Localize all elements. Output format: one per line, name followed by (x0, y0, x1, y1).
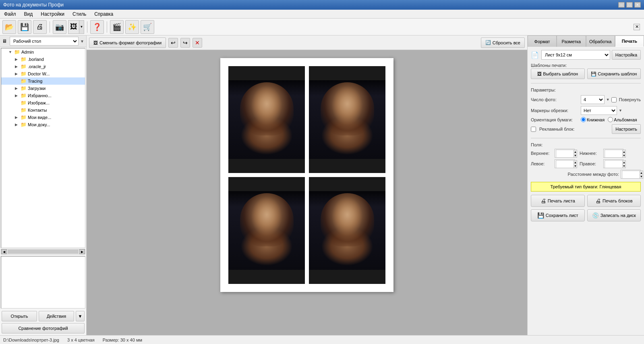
help-button[interactable]: ❓ (90, 20, 104, 34)
tab-layout[interactable]: Разметка (557, 35, 586, 47)
tree-toggle-videos[interactable]: ▶ (15, 115, 21, 119)
horizontal-scrollbar[interactable]: ◀ ▶ (1, 249, 85, 254)
print-blocks-button[interactable]: 🖨 Печать блоков (587, 195, 641, 207)
print-paper (220, 58, 393, 292)
top-spin-up[interactable]: ▲ (574, 150, 577, 154)
delete-photo-button[interactable]: ✕ (193, 38, 202, 48)
rotate-checkbox[interactable] (611, 97, 617, 102)
tree-item-tracing[interactable]: 📁 Tracing (1, 77, 85, 85)
tree-toggle-downloads[interactable]: ▶ (15, 86, 21, 90)
save-template-button[interactable]: 💾 Сохранить шаблон (587, 69, 641, 79)
top-input[interactable]: 3 (556, 150, 574, 158)
compare-photos-button[interactable]: Сравнение фотографий (2, 323, 85, 334)
maximize-button[interactable]: □ (626, 2, 633, 8)
bottom-spin-up[interactable]: ▲ (623, 150, 625, 154)
tree-item-contacts[interactable]: 📁 Контакты (1, 106, 85, 114)
rotate-right-button[interactable]: ↪ (180, 38, 190, 48)
print-button[interactable]: 🖨 (33, 20, 47, 34)
menu-file[interactable]: Файл (2, 10, 19, 18)
scroll-left-btn[interactable]: ◀ (1, 249, 7, 254)
distance-spin-down[interactable]: ▼ (640, 175, 643, 178)
select-template-button[interactable]: 🖼 Выбрать шаблон (531, 69, 585, 79)
status-colorinfo: 3 х 4 цветная (67, 338, 95, 342)
print-sheet-button[interactable]: 🖨 Печать листа (531, 195, 585, 207)
app-title: Фото на документы Профи (3, 2, 64, 8)
tree-label-contacts: Контакты (28, 108, 47, 113)
tree-item-documents[interactable]: ▶ 📁 Мои доку... (1, 121, 85, 128)
bottom-spin-down[interactable]: ▼ (623, 154, 625, 157)
ad-block-checkbox[interactable] (531, 127, 536, 132)
landscape-radio[interactable] (608, 117, 613, 122)
landscape-option[interactable]: Альбомная (608, 117, 637, 122)
menu-style[interactable]: Стиль (70, 10, 89, 18)
tree-toggle-admin[interactable]: ▼ (8, 50, 14, 54)
open-button[interactable]: 📂 (2, 20, 16, 34)
tree-item-oracle[interactable]: ▶ 📁 .oracle_jr (1, 63, 85, 70)
portrait-option[interactable]: Книжная (581, 117, 605, 122)
photo-count-select[interactable]: 4 (581, 95, 605, 104)
actions-dropdown-arrow[interactable]: ▼ (76, 311, 85, 321)
right-input[interactable]: 3 (605, 160, 622, 168)
left-spin-up[interactable]: ▲ (574, 161, 577, 164)
folder-dropdown[interactable]: Рабочий стол (10, 37, 79, 46)
sheet-settings-button[interactable]: Настройка (612, 50, 641, 60)
tree-toggle-oracle[interactable]: ▶ (15, 65, 21, 69)
change-format-button[interactable]: 🖼 Сменить формат фотографии (89, 38, 166, 48)
left-spin-down[interactable]: ▼ (574, 164, 577, 168)
bottom-input[interactable]: 3 (605, 150, 622, 158)
scan-main-button[interactable]: 🖼 (68, 20, 79, 34)
effects-button[interactable]: ✨ (125, 20, 139, 34)
top-spin-down[interactable]: ▼ (574, 154, 577, 157)
scan-dropdown-arrow[interactable]: ▼ (79, 20, 84, 34)
scroll-right-btn[interactable]: ▶ (79, 249, 85, 254)
left-input[interactable]: 3 (556, 160, 574, 168)
select-template-label: Выбрать шаблон (543, 71, 578, 76)
burn-disk-button[interactable]: 💿 Записать на диск (587, 209, 641, 221)
scroll-track (8, 250, 79, 254)
video-button[interactable]: 🎬 (110, 20, 124, 34)
minimize-button[interactable]: ─ (618, 2, 625, 8)
sheet-select[interactable]: Лист 9х12 см (541, 50, 610, 60)
tree-item-videos[interactable]: ▶ 📁 Мои виде... (1, 114, 85, 121)
actions-button[interactable]: Действия (39, 311, 74, 321)
tree-toggle-borland[interactable]: ▶ (15, 57, 21, 61)
sheet-icon: 📄 (531, 51, 539, 59)
menu-view[interactable]: Вид (22, 10, 35, 18)
reset-all-button[interactable]: 🔄 Сбросить все (481, 38, 525, 48)
tree-toggle-documents[interactable]: ▶ (15, 123, 21, 127)
portrait-radio[interactable] (581, 117, 586, 122)
tab-processing[interactable]: Обработка (586, 35, 615, 47)
ad-settings-button[interactable]: Настроить (612, 124, 641, 134)
tree-item-borland[interactable]: ▶ 📁 .borland (1, 56, 85, 63)
tree-toggle-doctor[interactable]: ▶ (15, 72, 21, 76)
tree-item-favorites[interactable]: ▶ 📁 Избранно... (1, 92, 85, 99)
main-layout: 🖥 Рабочий стол ▼ ▼ 📁 Admin ▶ 📁 .borland (0, 35, 644, 335)
distance-spin-up[interactable]: ▲ (640, 171, 643, 175)
tab-format[interactable]: Формат (528, 35, 557, 47)
right-margin-label: Правое: (580, 161, 602, 166)
print-sheet-label: Печать листа (548, 198, 575, 203)
tree-item-images[interactable]: 📁 Изображ... (1, 99, 85, 106)
right-spin-up[interactable]: ▲ (623, 161, 625, 164)
tab-print[interactable]: Печать (615, 35, 644, 47)
tree-toggle-favorites[interactable]: ▶ (15, 94, 21, 98)
menu-help[interactable]: Справка (92, 10, 116, 18)
right-spin-down[interactable]: ▼ (623, 164, 625, 168)
save-button[interactable]: 💾 (18, 20, 31, 34)
markers-select[interactable]: Нет (581, 106, 617, 115)
landscape-label: Альбомная (614, 117, 637, 122)
tree-item-admin[interactable]: ▼ 📁 Admin (1, 48, 85, 56)
tree-item-doctor[interactable]: ▶ 📁 Doctor W... (1, 70, 85, 77)
distance-input[interactable]: 2 (622, 171, 640, 179)
cart-button[interactable]: 🛒 (141, 20, 154, 34)
folder-dropdown-arrow[interactable]: ▼ (80, 39, 84, 44)
rotate-left-button[interactable]: ↩ (168, 38, 178, 48)
menu-settings[interactable]: Настройки (38, 10, 67, 18)
save-template-label: Сохранить шаблон (598, 71, 637, 76)
panel-close-button[interactable]: ✕ (634, 24, 640, 30)
open-button-left[interactable]: Открыть (2, 311, 37, 321)
save-sheet-button[interactable]: 💾 Сохранить лист (531, 209, 585, 221)
tree-item-downloads[interactable]: ▶ 📁 Загрузки (1, 85, 85, 92)
close-button[interactable]: ✕ (634, 2, 641, 8)
camera-button[interactable]: 📷 (53, 20, 66, 34)
